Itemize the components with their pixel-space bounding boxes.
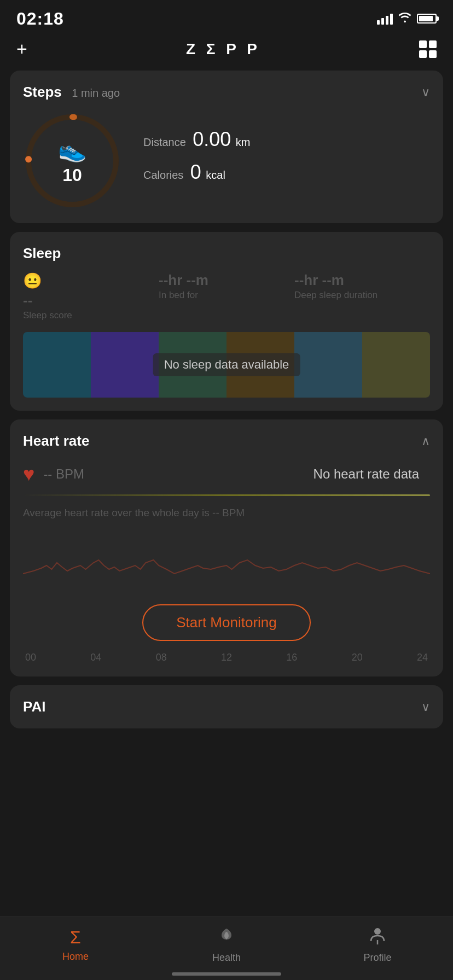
steps-body: 👟 10 Distance 0.00 km Calories 0 kcal	[23, 112, 430, 210]
heart-chart	[23, 530, 430, 596]
home-icon: Σ	[70, 928, 81, 948]
sleep-no-data-text: No sleep data available	[153, 353, 300, 376]
svg-point-3	[374, 928, 381, 935]
top-nav: + Z Σ P P	[0, 33, 453, 71]
sleep-title: Sleep	[23, 245, 61, 261]
pai-chevron-icon[interactable]: ∨	[421, 700, 430, 714]
deep-sleep-value: --hr --m	[294, 272, 430, 289]
steps-time: 1 min ago	[72, 87, 120, 99]
steps-chevron-icon[interactable]: ∨	[421, 85, 430, 100]
time-label-00: 00	[25, 652, 36, 663]
heart-line-divider	[23, 494, 430, 496]
calories-unit: kcal	[206, 169, 225, 181]
health-icon	[217, 926, 236, 949]
heart-icon: ♥	[23, 463, 34, 486]
sleep-score-icon: 😐	[23, 272, 159, 290]
nav-health-label: Health	[212, 952, 241, 964]
home-indicator	[172, 972, 281, 976]
steps-title: Steps	[23, 84, 62, 100]
status-icons	[377, 13, 437, 25]
in-bed-value: --hr --m	[159, 272, 294, 289]
nav-health[interactable]: Health	[151, 926, 302, 964]
app-logo: Z Σ P P	[186, 40, 260, 58]
time-label-16: 16	[286, 652, 297, 663]
steps-inner: 👟 10	[58, 136, 86, 185]
heart-header: Heart rate ∧	[23, 433, 430, 450]
steps-card: Steps 1 min ago ∨ 👟 10 Dista	[10, 71, 443, 223]
deep-sleep-label: Deep sleep duration	[294, 290, 430, 301]
time-label-08: 08	[156, 652, 167, 663]
pai-card: PAI ∨	[10, 685, 443, 728]
pai-header: PAI ∨	[23, 698, 430, 715]
heart-rate-chevron-icon[interactable]: ∧	[421, 434, 430, 448]
heart-current: ♥ -- BPM No heart rate data	[23, 463, 430, 486]
pai-title: PAI	[23, 698, 45, 715]
time-label-04: 04	[90, 652, 101, 663]
status-time: 02:18	[16, 9, 64, 29]
distance-stat: Distance 0.00 km	[143, 128, 430, 151]
heart-no-data-text: No heart rate data	[313, 466, 419, 482]
sleep-metrics: 😐 -- Sleep score --hr --m In bed for --h…	[23, 272, 430, 321]
nav-profile[interactable]: Profile	[302, 926, 453, 964]
status-bar: 02:18	[0, 0, 453, 33]
start-monitoring-button[interactable]: Start Monitoring	[142, 604, 311, 641]
heart-rate-title: Heart rate	[23, 433, 89, 450]
time-label-20: 20	[352, 652, 363, 663]
steps-circle: 👟 10	[23, 112, 121, 210]
calories-value: 0	[190, 161, 201, 183]
sleep-score-label: Sleep score	[23, 310, 159, 321]
sleep-card: Sleep 😐 -- Sleep score --hr --m In bed f…	[10, 232, 443, 411]
in-bed-label: In bed for	[159, 290, 294, 301]
signal-icon	[377, 13, 393, 25]
sleep-score-metric: 😐 -- Sleep score	[23, 272, 159, 321]
deep-sleep-metric: --hr --m Deep sleep duration	[294, 272, 430, 321]
sleep-score-value: --	[23, 292, 159, 309]
battery-icon	[417, 14, 437, 24]
heart-rate-card: Heart rate ∧ ♥ -- BPM No heart rate data…	[10, 419, 443, 676]
bottom-nav: Σ Home Health Profile	[0, 917, 453, 980]
nav-home-label: Home	[62, 951, 89, 962]
profile-icon	[368, 926, 387, 949]
heart-bpm-value: -- BPM	[43, 466, 84, 482]
distance-value: 0.00	[193, 128, 231, 150]
heart-avg-text: Average heart rate over the whole day is…	[23, 507, 430, 519]
time-label-12: 12	[221, 652, 232, 663]
nav-profile-label: Profile	[363, 952, 391, 964]
calories-label: Calories	[143, 169, 183, 181]
distance-unit: km	[236, 136, 251, 148]
steps-header: Steps 1 min ago ∨	[23, 84, 430, 101]
in-bed-metric: --hr --m In bed for	[159, 272, 294, 321]
calories-stat: Calories 0 kcal	[143, 161, 430, 184]
wifi-icon	[398, 13, 411, 25]
time-label-24: 24	[417, 652, 428, 663]
steps-feet-icon: 👟	[58, 136, 86, 163]
nav-home[interactable]: Σ Home	[0, 928, 151, 962]
sleep-chart: No sleep data available	[23, 332, 430, 398]
steps-stats: Distance 0.00 km Calories 0 kcal	[143, 128, 430, 194]
grid-menu-button[interactable]	[419, 40, 437, 58]
distance-label: Distance	[143, 136, 186, 148]
add-button[interactable]: +	[16, 38, 27, 60]
sleep-header: Sleep	[23, 245, 430, 262]
steps-count: 10	[58, 165, 86, 185]
heart-time-labels: 00 04 08 12 16 20 24	[23, 652, 430, 663]
